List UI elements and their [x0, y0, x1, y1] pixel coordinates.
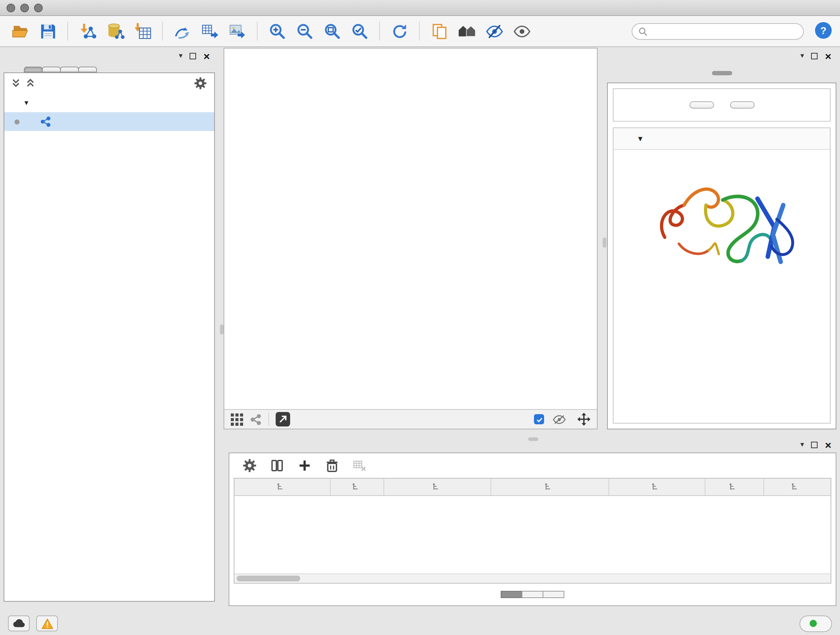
disclosure-triangle-icon[interactable]: ▼ [637, 135, 644, 143]
titlebar [0, 0, 840, 16]
search-field[interactable] [632, 23, 804, 40]
collapse-all-button[interactable] [729, 101, 754, 109]
column-type-icon [351, 483, 359, 491]
cloud-status-button[interactable] [8, 616, 30, 631]
detach-view-button[interactable] [276, 412, 290, 426]
open-session-button[interactable] [7, 19, 33, 43]
first-neighbors-button[interactable] [169, 19, 195, 43]
vertical-splitter-handle[interactable] [220, 325, 224, 334]
show-columns-icon[interactable] [270, 458, 284, 473]
disclosure-triangle-icon[interactable]: ▼ [23, 99, 30, 106]
copy-document-button[interactable] [426, 19, 452, 43]
network-tree: ▼ [4, 93, 214, 131]
column-header-database-identifier[interactable] [491, 478, 609, 495]
window-minimize-button[interactable] [20, 4, 29, 12]
help-button[interactable]: ? [814, 21, 833, 42]
column-header-description[interactable] [609, 478, 706, 495]
open-folder-icon [11, 22, 29, 40]
network-collection-row[interactable]: ▼ [4, 93, 214, 112]
float-panel-icon[interactable] [811, 52, 818, 59]
zoom-out-icon [295, 22, 314, 40]
column-header-name[interactable] [331, 478, 384, 495]
column-type-icon [544, 483, 552, 491]
zoom-out-button[interactable] [292, 19, 317, 43]
float-panel-icon[interactable] [189, 52, 196, 59]
network-canvas[interactable] [224, 49, 597, 409]
toolbar-separator [419, 22, 420, 41]
search-icon [638, 27, 647, 36]
panel-menu-icon[interactable]: ▾ [800, 441, 804, 448]
collapse-all-icon[interactable] [11, 78, 20, 88]
column-type-icon [729, 483, 737, 491]
table-row[interactable] [234, 496, 831, 512]
memory-button[interactable] [799, 615, 832, 632]
grid-view-button[interactable] [231, 413, 243, 425]
homes-icon [458, 22, 476, 40]
control-panel-header: ▾ × [4, 48, 215, 64]
tab-node-table[interactable] [500, 591, 522, 598]
network-overview-button[interactable] [249, 413, 262, 425]
close-panel-icon[interactable]: × [203, 50, 210, 61]
control-panel-tabs [4, 64, 215, 73]
column-header-canonical-name[interactable] [384, 478, 491, 495]
vertical-splitter-handle[interactable] [603, 238, 606, 248]
table-options-gear-icon[interactable] [242, 458, 257, 473]
table-empty-area [234, 512, 831, 573]
show-all-button[interactable] [508, 19, 535, 43]
window-close-button[interactable] [6, 4, 15, 12]
hidden-eye-icon[interactable] [553, 415, 566, 424]
scrollbar-thumb[interactable] [237, 576, 300, 581]
column-header-shared-name[interactable] [234, 478, 331, 495]
import-network-database-button[interactable] [102, 19, 128, 43]
close-panel-icon[interactable]: × [825, 50, 831, 61]
window-zoom-button[interactable] [34, 4, 43, 12]
network-options-gear-icon[interactable] [194, 77, 207, 90]
column-header-id[interactable] [706, 478, 764, 495]
column-header-namespace[interactable] [764, 478, 829, 495]
network-icon [40, 116, 51, 127]
save-session-button[interactable] [35, 19, 61, 43]
network-view [224, 48, 598, 429]
add-column-icon[interactable] [297, 458, 312, 473]
tab-style[interactable] [42, 67, 61, 73]
expand-all-icon[interactable] [26, 78, 35, 88]
hide-selected-button[interactable] [481, 19, 507, 43]
new-network-from-selection-button[interactable] [197, 19, 223, 43]
selected-checkbox-icon[interactable] [534, 414, 544, 424]
protein-description [614, 150, 830, 156]
table-toolbar [229, 453, 836, 478]
protein-section-header[interactable]: ▼ [614, 128, 830, 150]
search-input[interactable] [651, 26, 797, 36]
results-panel-header: ▾ × [607, 48, 836, 64]
expand-collapse-box [613, 88, 831, 122]
tab-network[interactable] [24, 67, 43, 73]
expand-all-button[interactable] [689, 101, 714, 109]
delete-column-icon[interactable] [325, 458, 339, 473]
home-button[interactable] [454, 19, 480, 43]
horizontal-splitter-handle[interactable] [528, 437, 538, 441]
warnings-button[interactable] [36, 616, 58, 631]
zoom-in-button[interactable] [264, 19, 290, 43]
panel-menu-icon[interactable]: ▾ [800, 52, 804, 59]
tab-edge-table[interactable] [521, 591, 543, 598]
float-panel-icon[interactable] [811, 441, 818, 448]
tab-select[interactable] [60, 67, 79, 73]
zoom-selected-button[interactable] [347, 19, 373, 43]
right-column: ▾ × [224, 48, 836, 606]
main-toolbar: ? [0, 16, 840, 47]
toolbar-separator [268, 413, 269, 426]
import-table-button[interactable] [129, 19, 156, 43]
import-network-file-button[interactable] [74, 19, 101, 43]
panel-menu-icon[interactable]: ▾ [179, 52, 182, 59]
tab-string[interactable] [712, 71, 732, 75]
zoom-fit-button[interactable] [319, 19, 345, 43]
tab-sets[interactable] [78, 67, 97, 73]
apply-layout-button[interactable] [386, 19, 412, 43]
close-panel-icon[interactable]: × [825, 439, 831, 450]
control-panel: ▾ × ▼ [4, 48, 215, 602]
horizontal-scrollbar[interactable] [234, 573, 831, 583]
pan-crosshair-button[interactable] [575, 413, 591, 426]
export-image-button[interactable] [224, 19, 250, 43]
tab-network-table[interactable] [542, 591, 564, 598]
network-row-selected[interactable] [4, 112, 214, 131]
